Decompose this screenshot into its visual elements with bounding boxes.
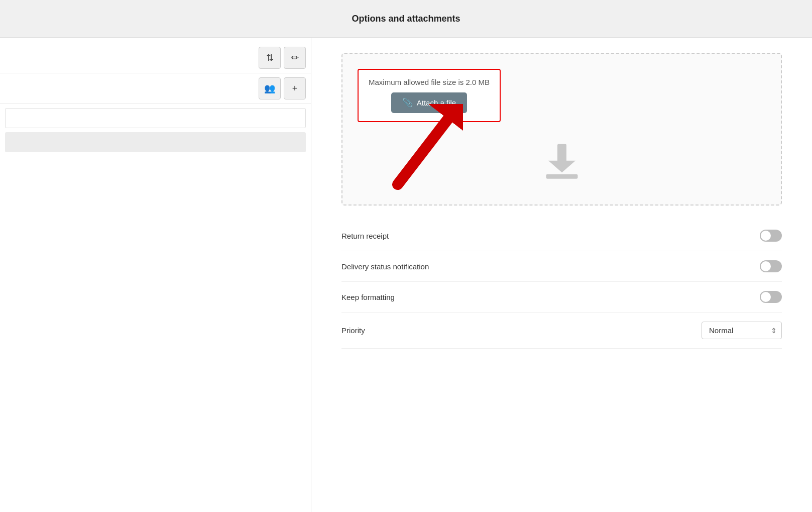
sort-button[interactable]: ⇅	[259, 47, 281, 69]
page-title: Options and attachments	[352, 14, 460, 24]
main-layout: ⇅ ✏ 👥 + Maximum allowed file siz	[0, 38, 812, 512]
edit-button[interactable]: ✏	[284, 47, 306, 69]
group-button[interactable]: 👥	[259, 77, 281, 99]
svg-rect-2	[557, 144, 566, 163]
keep-formatting-toggle[interactable]	[760, 291, 782, 303]
left-panel: ⇅ ✏ 👥 +	[0, 38, 311, 512]
delivery-status-toggle[interactable]	[760, 260, 782, 272]
page-header: Options and attachments	[0, 0, 812, 38]
annotation-arrow	[383, 104, 463, 196]
priority-row: Priority Low Normal High	[341, 313, 782, 349]
right-panel: Maximum allowed file size is 2.0 MB 📎 At…	[311, 38, 812, 512]
add-button[interactable]: +	[284, 77, 306, 99]
left-row-2: 👥 +	[0, 73, 311, 104]
return-receipt-toggle[interactable]	[760, 230, 782, 242]
priority-select[interactable]: Low Normal High	[702, 322, 782, 339]
svg-line-1	[398, 119, 448, 184]
svg-marker-3	[548, 161, 575, 172]
options-section: Return receipt Delivery status notificat…	[341, 221, 782, 349]
priority-label: Priority	[341, 326, 365, 335]
group-icon: 👥	[264, 83, 275, 94]
delivery-status-row: Delivery status notification	[341, 251, 782, 282]
left-row-1: ⇅ ✏	[0, 43, 311, 73]
sort-icon: ⇅	[266, 52, 274, 63]
max-file-text: Maximum allowed file size is 2.0 MB	[369, 78, 490, 86]
return-receipt-label: Return receipt	[341, 232, 389, 240]
delivery-status-label: Delivery status notification	[341, 262, 429, 271]
priority-wrapper: Low Normal High	[702, 322, 782, 339]
keep-formatting-row: Keep formatting	[341, 282, 782, 313]
keep-formatting-label: Keep formatting	[341, 293, 395, 301]
svg-rect-4	[546, 174, 577, 179]
return-receipt-row: Return receipt	[341, 221, 782, 251]
gray-bar	[5, 132, 306, 152]
edit-icon: ✏	[291, 52, 299, 63]
search-input-bar[interactable]	[5, 108, 306, 128]
download-icon	[539, 137, 585, 184]
drop-zone[interactable]: Maximum allowed file size is 2.0 MB 📎 At…	[341, 53, 782, 206]
add-icon: +	[292, 83, 298, 94]
